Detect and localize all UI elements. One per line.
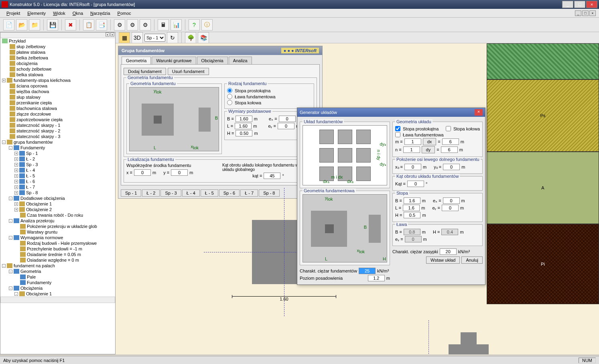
tree-item[interactable]: blachownica stalowa	[0, 106, 115, 111]
tree-item[interactable]: przenikanie ciepła	[0, 100, 115, 106]
input-dL[interactable]	[403, 205, 420, 211]
tree-item[interactable]: +Ł - 4	[0, 167, 115, 173]
input-ex[interactable]	[279, 116, 296, 122]
tree-item[interactable]: Osiadanie średnie = 0.05 m	[0, 252, 115, 257]
gear3-icon[interactable]: ⚙	[140, 19, 151, 31]
view3d-icon[interactable]: 3D	[132, 32, 143, 43]
tree-item[interactable]: -Analiza przekroju	[0, 218, 115, 224]
gear1-icon[interactable]: ⚙	[114, 19, 125, 31]
tree-item[interactable]: Czas trwania robót - Do roku	[0, 212, 115, 218]
tree-item[interactable]: -Obciążenie 1	[0, 291, 115, 297]
tab-analiza[interactable]: Analiza	[229, 57, 252, 64]
tab-geometria[interactable]: Geometria	[122, 57, 151, 64]
input-dH[interactable]	[404, 212, 420, 218]
tree-item[interactable]: belka stalowa	[0, 72, 115, 77]
tree-item[interactable]: Osiadanie względne = 0 m	[0, 257, 115, 263]
report-icon[interactable]: 📊	[171, 19, 182, 31]
refresh-icon[interactable]: ↻	[167, 32, 178, 43]
input-m[interactable]	[404, 138, 421, 145]
insert-layout-button[interactable]: Wstaw układ	[426, 256, 460, 264]
ftab[interactable]: Sp - 3	[160, 189, 181, 197]
tree-item[interactable]: -Wymagania normowe	[0, 235, 115, 240]
minimize-button[interactable]: _	[562, 1, 573, 8]
tree-item[interactable]: belka żelbetowa	[0, 55, 115, 61]
view2d-icon[interactable]: ▦	[119, 32, 130, 43]
menu-elementy[interactable]: Elementy	[24, 10, 49, 16]
dy-button[interactable]: dy	[422, 146, 435, 153]
tree-item[interactable]: Położenie przekroju w układzie glob	[0, 224, 115, 229]
input-H[interactable]	[236, 130, 252, 136]
sp-select[interactable]: Sp - 1	[144, 34, 165, 42]
tree-item[interactable]: -Fundamenty	[0, 145, 115, 150]
save-icon[interactable]: 💾	[47, 19, 58, 31]
tree-item[interactable]: Pale	[0, 274, 115, 280]
mdi-minimize[interactable]: _	[575, 10, 581, 16]
menu-okna[interactable]: Okna	[69, 10, 86, 16]
mdi-restore[interactable]: □	[582, 10, 589, 16]
tree-item[interactable]: +Ł - 2	[0, 156, 115, 162]
cancel-button[interactable]: Anuluj	[461, 256, 483, 264]
ftab[interactable]: Ł - 4	[182, 189, 200, 197]
tree-item[interactable]: +Sp - 3	[0, 162, 115, 167]
input-dx[interactable]	[442, 138, 459, 145]
close-button[interactable]: ×	[586, 1, 597, 8]
tree-item[interactable]: -fundament na palach	[0, 263, 115, 268]
remove-foundation-button[interactable]: Usuń fundament	[168, 68, 209, 75]
input-dex[interactable]	[443, 197, 460, 204]
dialog-close-button[interactable]: ×	[475, 109, 483, 116]
tree-item[interactable]: -Obciążenia	[0, 285, 115, 291]
tree-item[interactable]: ściana oporowa	[0, 83, 115, 89]
input-ciezar-f[interactable]	[359, 268, 376, 274]
input-B[interactable]	[236, 116, 252, 122]
info-icon[interactable]: ⓘ	[201, 19, 213, 31]
tree-pin-icon[interactable]: ▪	[106, 33, 110, 37]
tree-item[interactable]: +fundamenty-stopa kielichowa	[0, 77, 115, 83]
chk-stopa-p[interactable]	[395, 126, 400, 131]
menu-projekt[interactable]: Projekt	[3, 10, 23, 16]
calc-icon[interactable]: 🖩	[158, 19, 169, 31]
tree-item[interactable]: słup stalowy	[0, 94, 115, 100]
ftab[interactable]: Sp - 8	[259, 189, 279, 197]
new-icon[interactable]: 📄	[3, 19, 14, 31]
tree-item[interactable]: +Obciążenie 1	[0, 201, 115, 207]
folder-icon[interactable]: 📁	[29, 19, 40, 31]
radio-lawa[interactable]	[227, 94, 232, 99]
tree-item[interactable]: stateczność skarpy - 2	[0, 128, 115, 134]
add-foundation-button[interactable]: Dodaj fundament	[124, 68, 166, 75]
doc2-icon[interactable]: 📑	[96, 19, 107, 31]
tree-root[interactable]: Przykład	[0, 38, 115, 44]
input-dB[interactable]	[404, 197, 420, 204]
input-kat[interactable]	[264, 173, 280, 179]
menu-narzedzia[interactable]: Narzędzia	[87, 10, 114, 16]
tree-item[interactable]: Fundamenty	[0, 280, 115, 285]
input-xo[interactable]	[404, 164, 421, 170]
ftab[interactable]: Ł - 5	[201, 189, 218, 197]
input-x[interactable]	[134, 169, 151, 176]
tab-warunki[interactable]: Warunki gruntowe	[152, 57, 196, 64]
maximize-button[interactable]: □	[574, 1, 585, 8]
tree-item[interactable]: schody żelbetowe	[0, 66, 115, 72]
tab-obciazenia[interactable]: Obciążenia	[197, 57, 228, 64]
doc1-icon[interactable]: 📋	[83, 19, 94, 31]
tree-item[interactable]: Rodzaj budowli - Hale przemysłowe	[0, 240, 115, 246]
tree-hscroll[interactable]	[0, 297, 115, 303]
chk-stopa-k[interactable]	[446, 126, 451, 131]
tree-item[interactable]: złącze doczołowe	[0, 111, 115, 117]
input-dkat[interactable]	[407, 181, 424, 187]
chk-lawa[interactable]	[395, 132, 400, 137]
tree-item[interactable]: -Geometria	[0, 268, 115, 274]
tree-item[interactable]: -Dodatkowe obciążenia	[0, 195, 115, 201]
tree-item[interactable]: +Ł - 5	[0, 173, 115, 179]
delete-icon[interactable]: ✖	[65, 19, 76, 31]
layer2-icon[interactable]: 📚	[198, 32, 209, 43]
input-ey[interactable]	[278, 123, 294, 129]
help-icon[interactable]: ?	[189, 19, 200, 31]
input-L[interactable]	[235, 123, 252, 129]
ftab[interactable]: Ł - 7	[240, 189, 258, 197]
radio-stopa-k[interactable]	[227, 100, 232, 105]
radio-stopa-p[interactable]	[227, 88, 232, 93]
dx-button[interactable]: dx	[423, 138, 437, 145]
mdi-close[interactable]: ×	[589, 10, 596, 16]
input-y[interactable]	[171, 169, 188, 176]
menu-widok[interactable]: Widok	[50, 10, 69, 16]
